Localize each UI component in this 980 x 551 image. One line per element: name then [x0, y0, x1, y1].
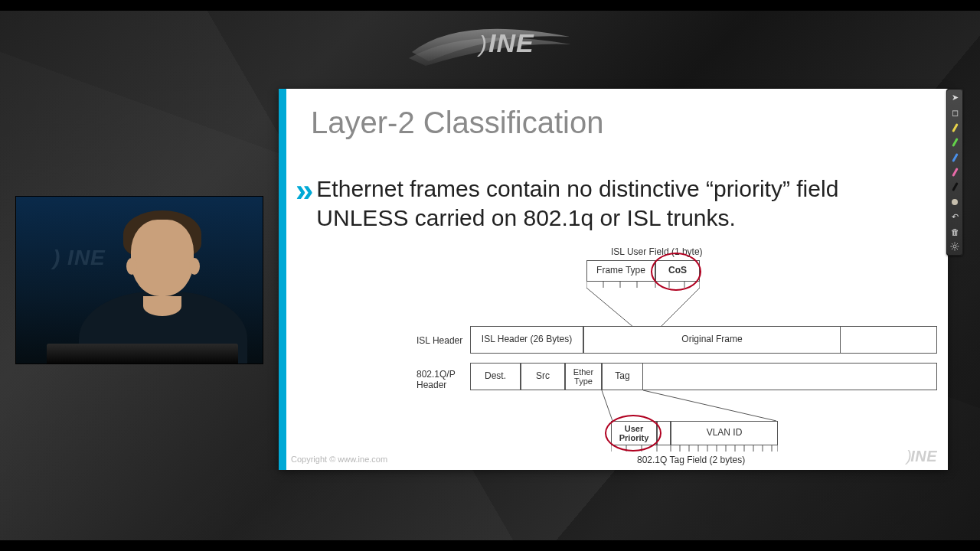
eraser-icon[interactable] — [949, 196, 961, 207]
pointer-icon[interactable]: ➤ — [949, 92, 961, 103]
svg-text:INE: INE — [488, 28, 534, 57]
ether-type-box: Ether Type — [565, 363, 602, 390]
svg-line-32 — [952, 243, 953, 245]
slide-accent-bar — [279, 89, 286, 470]
slide-copyright: Copyright © www.ine.com — [291, 455, 387, 464]
presenter-webcam: ) INE — [15, 196, 263, 364]
presenter-laptop — [47, 344, 238, 364]
slide-corner-logo: )INE — [906, 448, 937, 465]
brand-logo-top: INE ) — [406, 21, 574, 70]
presentation-slide: Layer-2 Classification » Ethernet frames… — [279, 89, 948, 470]
src-box: Src — [521, 363, 565, 390]
tag-box: Tag — [602, 363, 643, 390]
pen-blue-icon[interactable] — [949, 152, 961, 163]
original-frame-box: Original Frame — [583, 326, 841, 354]
dot1q-header-label: 802.1Q/P Header — [416, 369, 467, 390]
tag-field-label: 802.1Q Tag Field (2 bytes) — [637, 455, 745, 465]
isl-header-box: ISL Header (26 Bytes) — [470, 326, 583, 354]
slide-title: Layer-2 Classification — [311, 106, 603, 140]
presenter-ear — [126, 258, 137, 275]
isl-header-label: ISL Header — [416, 335, 462, 346]
isl-funnel — [570, 288, 723, 331]
cos-highlight-ring — [651, 253, 701, 291]
dest-box: Dest. — [470, 363, 521, 390]
svg-line-33 — [957, 249, 959, 250]
presenter-head — [131, 220, 194, 296]
pen-black-icon[interactable] — [949, 181, 961, 193]
svg-line-34 — [952, 249, 953, 250]
bullet-chevrons-icon: » — [296, 174, 309, 207]
presenter-neck — [143, 296, 181, 316]
vlan-id-box: VLAN ID — [671, 421, 778, 445]
pen-yellow-icon[interactable] — [949, 122, 961, 133]
frame-header-diagram: ISL User Field (1 byte) Frame Type CoS I… — [416, 246, 937, 459]
slide-bullet-text: Ethernet frames contain no distinctive “… — [316, 174, 929, 232]
annotation-toolbar[interactable]: ➤ ◻ ↶ 🗑 — [946, 89, 963, 256]
frame-type-box: Frame Type — [586, 260, 655, 282]
trash-icon[interactable]: 🗑 — [949, 226, 961, 237]
undo-icon[interactable]: ↶ — [949, 211, 961, 223]
settings-icon[interactable] — [949, 241, 961, 253]
select-icon[interactable]: ◻ — [949, 106, 961, 118]
slide-bullet: » Ethernet frames contain no distinctive… — [296, 174, 929, 232]
svg-point-27 — [953, 245, 956, 248]
letterbox-bottom — [0, 540, 980, 551]
webcam-bg-logo: ) INE — [53, 246, 106, 270]
presenter-ear — [189, 258, 200, 275]
svg-line-35 — [957, 243, 959, 245]
user-priority-highlight-ring — [605, 415, 662, 452]
pen-green-icon[interactable] — [949, 136, 961, 148]
letterbox-top — [0, 0, 980, 11]
pen-pink-icon[interactable] — [949, 166, 961, 178]
